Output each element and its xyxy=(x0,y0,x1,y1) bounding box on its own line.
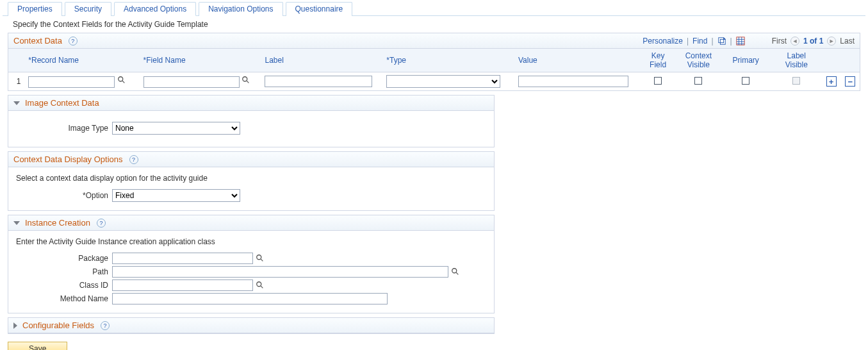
label-visible-checkbox xyxy=(792,77,800,85)
display-options-title: Context Data Display Options xyxy=(13,154,123,164)
svg-line-9 xyxy=(122,80,125,83)
method-name-label: Method Name xyxy=(16,294,112,303)
tab-bar: Properties Security Advanced Options Nav… xyxy=(3,1,865,16)
svg-line-17 xyxy=(261,286,263,288)
personalize-link[interactable]: Personalize xyxy=(643,37,683,46)
grid-first[interactable]: First xyxy=(772,37,787,46)
svg-point-12 xyxy=(257,255,261,260)
context-visible-checkbox[interactable] xyxy=(694,77,702,85)
instance-creation-desc: Enter the Activity Guide Instance creati… xyxy=(16,237,486,246)
context-data-title: Context Data xyxy=(13,36,62,46)
record-name-input[interactable] xyxy=(28,76,115,88)
expand-icon[interactable] xyxy=(13,322,17,329)
row-number: 1 xyxy=(8,72,24,91)
lookup-icon[interactable] xyxy=(256,254,265,263)
tab-advanced-options[interactable]: Advanced Options xyxy=(114,2,196,16)
tab-navigation-options[interactable]: Navigation Options xyxy=(199,2,283,16)
lookup-icon[interactable] xyxy=(256,281,265,290)
col-field-name[interactable]: *Field Name xyxy=(140,49,261,72)
image-context-section: Image Context Data Image Type None xyxy=(8,95,495,147)
help-icon[interactable]: ? xyxy=(101,321,110,330)
lookup-icon[interactable] xyxy=(451,267,460,276)
collapse-icon[interactable] xyxy=(13,101,20,105)
lookup-icon[interactable] xyxy=(242,76,250,85)
image-type-label: Image Type xyxy=(16,124,112,133)
col-type[interactable]: *Type xyxy=(382,49,514,72)
svg-rect-1 xyxy=(720,39,725,44)
primary-checkbox[interactable] xyxy=(742,77,749,85)
package-input[interactable] xyxy=(112,253,253,264)
svg-line-11 xyxy=(247,80,249,83)
help-icon[interactable]: ? xyxy=(129,155,138,164)
display-options-desc: Select a context data display option for… xyxy=(16,174,486,183)
page-instruction: Specify the Context Fields for the Activ… xyxy=(3,16,865,33)
image-type-select[interactable]: None xyxy=(112,122,240,135)
class-id-label: Class ID xyxy=(16,281,112,290)
svg-point-8 xyxy=(118,76,122,81)
col-key-field[interactable]: Key Field xyxy=(639,49,676,72)
help-icon[interactable]: ? xyxy=(97,219,106,228)
configurable-fields-title: Configurable Fields xyxy=(22,321,94,330)
col-label[interactable]: Label xyxy=(261,49,382,72)
col-record-name[interactable]: *Record Name xyxy=(24,49,139,72)
find-link[interactable]: Find xyxy=(692,37,707,46)
add-row-button[interactable]: + xyxy=(826,76,837,87)
next-icon[interactable]: ► xyxy=(827,37,836,46)
context-data-section: Context Data ? Personalize | Find | | Fi… xyxy=(8,33,860,91)
svg-line-15 xyxy=(456,272,459,275)
svg-rect-0 xyxy=(718,37,723,42)
label-input[interactable] xyxy=(265,76,372,87)
instance-creation-title: Instance Creation xyxy=(25,218,90,228)
col-value[interactable]: Value xyxy=(514,49,639,72)
option-label: *Option xyxy=(16,191,112,200)
delete-row-button[interactable]: − xyxy=(845,76,855,87)
grid-last[interactable]: Last xyxy=(840,37,855,46)
option-select[interactable]: Fixed xyxy=(112,189,240,202)
grid-range: 1 of 1 xyxy=(803,37,823,46)
field-name-input[interactable] xyxy=(143,76,240,88)
display-options-section: Context Data Display Options ? Select a … xyxy=(8,151,495,211)
instance-creation-section: Instance Creation ? Enter the Activity G… xyxy=(8,215,495,313)
save-button[interactable]: Save xyxy=(8,342,67,350)
table-row: 1 xyxy=(8,72,860,91)
col-label-visible[interactable]: Label Visible xyxy=(771,49,822,72)
configurable-fields-section: Configurable Fields ? xyxy=(8,317,495,334)
svg-point-14 xyxy=(452,269,457,273)
collapse-icon[interactable] xyxy=(13,221,20,225)
tab-questionnaire[interactable]: Questionnaire xyxy=(286,2,353,16)
help-icon[interactable]: ? xyxy=(69,37,78,46)
grid-action-bar: Personalize | Find | | First ◄ 1 of 1 ► … xyxy=(643,37,855,46)
path-input[interactable] xyxy=(112,266,448,278)
prev-icon[interactable]: ◄ xyxy=(790,37,799,46)
package-label: Package xyxy=(16,254,112,263)
svg-point-16 xyxy=(257,282,261,287)
col-primary[interactable]: Primary xyxy=(721,49,771,72)
context-data-grid: *Record Name *Field Name Label *Type Val… xyxy=(8,49,860,90)
image-context-title: Image Context Data xyxy=(25,98,99,108)
svg-line-13 xyxy=(261,259,263,262)
grid-icon[interactable] xyxy=(736,37,745,46)
key-field-checkbox[interactable] xyxy=(654,77,662,85)
col-context-visible[interactable]: Context Visible xyxy=(676,49,721,72)
tab-properties[interactable]: Properties xyxy=(8,2,62,16)
lookup-icon[interactable] xyxy=(117,76,126,85)
class-id-input[interactable] xyxy=(112,279,253,291)
type-select[interactable] xyxy=(386,75,500,88)
download-icon[interactable] xyxy=(717,37,726,46)
tab-security[interactable]: Security xyxy=(65,2,111,16)
value-input[interactable] xyxy=(518,76,628,87)
path-label: Path xyxy=(16,267,112,276)
svg-point-10 xyxy=(243,76,247,81)
method-name-input[interactable] xyxy=(112,293,388,304)
